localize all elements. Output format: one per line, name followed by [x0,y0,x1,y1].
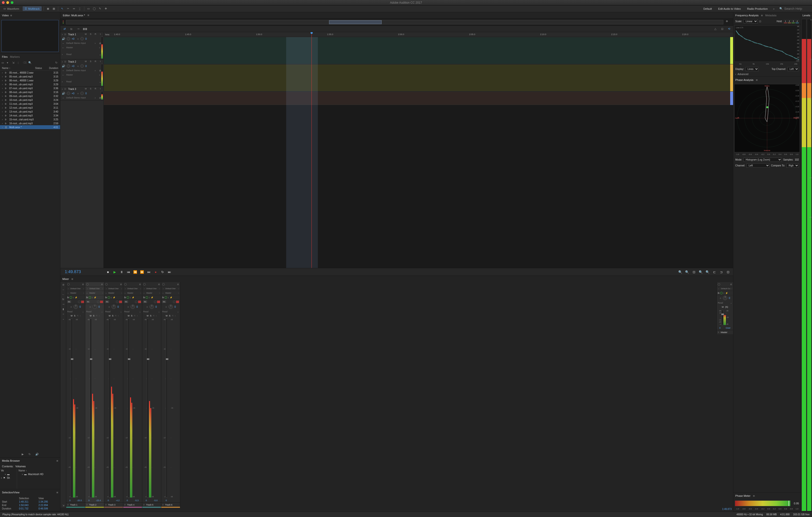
file-row[interactable]: ›☰Multi.sesx *4:01 [0,125,60,129]
fader-handle[interactable] [90,358,92,360]
track-lane[interactable] [104,64,733,92]
volume-value[interactable]: +0 [71,92,74,95]
fader-handle[interactable] [127,358,130,360]
eq-icon[interactable]: ▮▮▮ [83,27,87,31]
fx-icon[interactable]: fx [69,27,74,31]
file-row[interactable]: ›⊪05-root...ub-yard.mp33:15 [0,75,60,79]
automation-mode[interactable]: Read ⌄ [104,309,123,314]
invert-icon[interactable]: ⊘ [730,283,732,286]
overview-bar[interactable]: ✥ [60,19,733,26]
channel-output[interactable]: Master [165,292,177,294]
zoom-sel-in-icon[interactable]: ⊏ [712,269,717,275]
mixer-input-icon[interactable]: → [60,287,66,292]
shortcuts-icon[interactable]: ⚑ [3,477,5,479]
mute-button[interactable]: M [166,315,168,317]
channel-input[interactable]: Default Ster [127,287,139,290]
record-button[interactable]: ● [153,269,158,275]
channel-output[interactable]: Default Out [721,287,730,290]
pan-knob[interactable] [130,305,135,309]
volume-knob[interactable] [67,37,70,40]
chevron-right-icon[interactable]: › [2,107,5,109]
automation-mode[interactable]: Read ⌄ [123,309,142,314]
new-file-icon[interactable]: ▾ [7,61,10,64]
send-pre-icon[interactable] [81,300,84,303]
menu-icon[interactable]: ≡ [56,491,58,494]
fx-pre-icon[interactable]: ↕ [111,296,112,299]
track-i-button[interactable]: I [99,87,102,90]
mute-button[interactable]: M [70,315,72,317]
phase-icon[interactable] [124,283,127,286]
menu-icon[interactable]: ≡ [753,494,755,498]
channel-input[interactable]: Default Ster [70,287,82,290]
invert-icon[interactable]: ⊘ [177,283,179,286]
monitor-button[interactable]: I [175,315,176,317]
send-slot[interactable]: S1 [67,300,71,303]
pan-knob[interactable] [80,64,84,68]
channel-input[interactable]: Default Ster [89,287,101,290]
phase-graph[interactable]: Mono Left Right Inverse -0.00-0.05-0.10-… [734,84,800,152]
video-preview[interactable] [1,20,59,52]
advanced-toggle[interactable]: ›Advanced [733,71,801,77]
next-button[interactable]: ⏭ [146,269,151,275]
chevron-right-icon[interactable]: › [62,53,65,56]
chevron-right-icon[interactable]: › [95,69,98,72]
chevron-right-icon[interactable]: › [2,87,5,90]
media-browser-tab[interactable]: Media Browser [2,459,20,462]
pan-knob[interactable] [80,37,84,40]
mixer-channel[interactable]: ⊘→Default Ster›←Master›fx↕⚡S1⟐0Read ⌄MSR… [142,282,161,508]
monitor-button[interactable]: I [99,315,99,317]
media-node[interactable]: Macintosh HD [28,473,44,476]
freq-analysis-tab[interactable]: Frequency Analysis [735,14,758,17]
fader-handle[interactable] [147,358,149,360]
master-channel[interactable]: ⊘←Default Out›fx↕⚡⟐0Read ⌄M(S)dB15---12-… [717,282,733,334]
automation-mode[interactable]: Read ⌄ [717,300,733,305]
track-input[interactable]: Default Stereo Input [66,69,93,71]
send-power-button[interactable] [78,300,80,303]
file-row[interactable]: ›⊪08-root...ub-yard.mp33:16 [0,90,60,94]
track-grip-icon[interactable]: ⊪ [67,504,69,506]
phase-icon[interactable] [67,283,70,286]
input-arrow-icon[interactable]: → [62,42,65,45]
zoom-in-amp-icon[interactable]: 🔍 [698,269,703,275]
pan-knob[interactable] [112,305,116,309]
play-button[interactable]: ▶ [112,269,117,275]
scan-icon[interactable]: ⊡ [759,20,761,23]
file-row[interactable]: ›⊪14-root...ub-yard.mp33:34 [0,114,60,117]
fader-value[interactable]: 0 [108,499,109,501]
chevron-right-icon[interactable]: › [2,95,5,97]
volumes-col[interactable]: Vo [1,469,4,472]
playhead-return-icon[interactable]: ⟲ [727,27,731,31]
video-panel-tab[interactable]: Video ≡ [2,13,12,17]
insert-icon[interactable]: ▯ [18,61,21,64]
send-slot[interactable]: S1 [86,300,90,303]
phase-icon[interactable] [718,283,720,286]
fader-value[interactable]: 0 [146,499,147,501]
invert-icon[interactable]: ⊘ [158,283,160,286]
phase-icon[interactable] [162,283,165,286]
monitor-button[interactable]: I [156,315,156,317]
workspace-default[interactable]: Default [701,6,714,11]
timecode-display[interactable]: 1:49.873 [63,269,83,274]
slip-tool-icon[interactable]: ⇔ [72,7,76,11]
zoom-out-amp-icon[interactable]: 🔍 [705,269,710,275]
fx-bolt-icon[interactable]: ⚡ [132,296,135,299]
inputs-icon[interactable]: ⇄ [62,27,67,31]
invert-icon[interactable]: ⊘ [101,283,103,286]
chevron-right-icon[interactable]: › [2,99,5,102]
monitor-button[interactable]: I [118,315,119,317]
fx-bolt-icon[interactable]: ⚡ [725,292,728,294]
fx-icon[interactable]: fx [143,296,145,299]
fader-handle[interactable] [721,313,724,315]
pan-knob[interactable] [169,305,173,309]
track-m-button[interactable]: M [84,60,87,63]
fx-pre-icon[interactable]: ↕ [73,296,74,299]
ruler-units[interactable]: hms [105,33,112,36]
chevron-right-icon[interactable]: › [2,118,5,121]
workspace-edit-audio[interactable]: Edit Audio to Video [716,6,743,11]
menu-icon[interactable]: ≡ [756,78,758,82]
fx-power-button[interactable] [70,296,72,299]
pan-value[interactable]: 0 [136,306,138,308]
hold-button-2[interactable]: 2 [788,20,791,23]
channel-input[interactable]: Default Ster [165,287,177,290]
mixer-channel[interactable]: ⊘→Default Ster›←Master›fx↕⚡S1⟐0Read ⌄MSR… [104,282,123,508]
